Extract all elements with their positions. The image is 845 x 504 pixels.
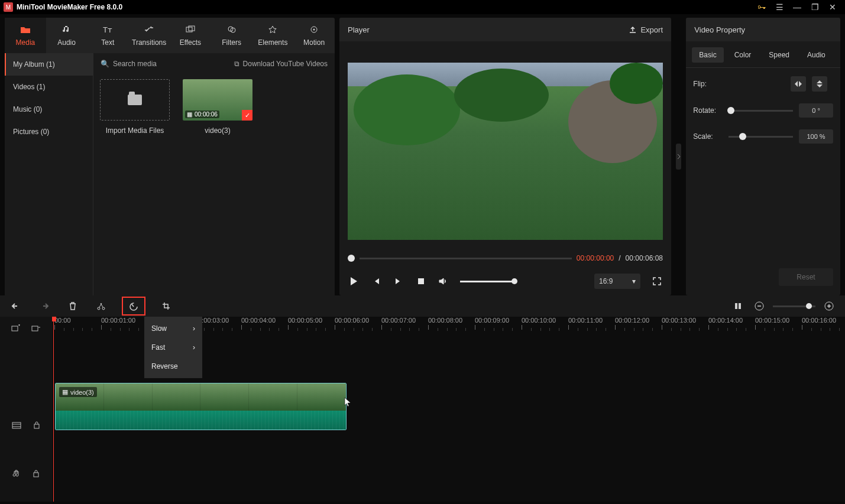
tab-media-label: Media [16,38,35,47]
scrub-handle[interactable] [348,255,355,262]
svg-rect-12 [739,303,741,309]
album-videos[interactable]: Videos (1) [5,76,93,98]
volume-slider[interactable] [460,281,514,282]
crop-button[interactable] [158,298,174,314]
zoom-in-button[interactable] [821,298,837,314]
add-track-button[interactable] [11,324,21,333]
prop-tab-basic[interactable]: Basic [692,47,723,63]
audio-track-icon[interactable] [12,469,21,477]
minimize-button[interactable]: — [788,2,806,12]
split-button[interactable] [93,298,109,314]
flip-vertical-button[interactable] [812,76,827,92]
panel-collapse-handle[interactable] [676,144,681,170]
rotate-slider[interactable] [729,110,793,112]
music-note-icon [62,24,72,35]
remove-track-button[interactable] [31,324,41,333]
player-title: Player [348,25,370,34]
scale-label: Scale: [693,132,723,141]
delete-button[interactable] [65,298,80,314]
stop-button[interactable] [415,278,427,285]
flip-horizontal-button[interactable] [791,76,806,92]
app-logo-icon: M [4,2,13,12]
media-clip-tile[interactable]: ▦00:00:06 ✓ video(3) [182,79,253,135]
svg-point-6 [313,29,315,31]
zoom-slider[interactable] [773,305,815,307]
filters-icon [227,24,237,35]
tab-text[interactable]: TᴛText [88,18,129,53]
speed-reverse-item[interactable]: Reverse [144,357,202,376]
lock-track-icon[interactable] [33,421,40,429]
tab-elements-label: Elements [258,38,287,47]
checkmark-icon: ✓ [242,110,252,121]
album-music[interactable]: Music (0) [5,98,93,121]
video-file-icon: ▦ [187,111,192,118]
zoom-out-button[interactable] [752,298,767,314]
scrub-track[interactable] [360,258,572,259]
album-pictures[interactable]: Pictures (0) [5,121,93,143]
lock-track-icon[interactable] [33,469,40,477]
playhead[interactable] [53,317,54,502]
play-button[interactable] [348,277,360,286]
reset-button[interactable]: Reset [779,268,833,286]
speed-button[interactable] [122,297,145,316]
tab-audio-label: Audio [57,38,76,47]
hamburger-menu-icon[interactable]: ☰ [770,2,788,12]
album-list: My Album (1) Videos (1) Music (0) Pictur… [5,53,93,295]
tab-filters-label: Filters [222,38,241,47]
import-media-label: Import Media Files [106,126,164,135]
rotate-value[interactable]: 0 ° [799,103,833,118]
tab-transitions[interactable]: Transitions [128,18,170,53]
clip-duration: 00:00:06 [195,111,218,118]
timeline-clip-label: video(3) [70,389,94,396]
speed-slow-item[interactable]: Slow› [144,319,202,338]
close-button[interactable]: ✕ [824,2,841,12]
upgrade-key-icon[interactable]: 🗝 [753,2,770,12]
download-icon: ⧉ [234,60,239,68]
tab-elements[interactable]: Elements [252,18,294,53]
text-icon: Tᴛ [103,24,112,35]
import-media-tile[interactable]: Import Media Files [99,79,170,135]
prop-tab-color[interactable]: Color [727,47,759,63]
current-time: 00:00:00:00 [577,254,614,262]
search-input[interactable]: 🔍Search media [101,60,157,68]
tab-audio[interactable]: Audio [46,18,88,53]
tab-motion[interactable]: Motion [293,18,335,53]
speed-dropdown-menu: Slow› Fast› Reverse [144,317,202,378]
scale-value[interactable]: 100 % [799,129,833,144]
redo-button[interactable] [37,298,52,314]
flip-label: Flip: [693,80,723,88]
search-icon: 🔍 [101,60,109,68]
search-placeholder: Search media [113,60,157,68]
export-button[interactable]: Export [629,25,663,34]
tab-text-label: Text [101,38,114,47]
undo-button[interactable] [8,298,24,314]
export-label: Export [640,25,663,34]
video-preview[interactable] [348,63,663,240]
next-frame-button[interactable] [393,277,404,285]
speed-fast-label: Fast [151,343,165,352]
prop-tab-speed[interactable]: Speed [762,47,797,63]
video-track-icon[interactable] [12,422,21,429]
maximize-button[interactable]: ❐ [806,2,824,12]
scale-slider[interactable] [729,136,793,138]
svg-rect-2 [189,26,195,31]
download-youtube-button[interactable]: ⧉Download YouTube Videos [234,60,328,68]
tab-motion-label: Motion [303,38,325,47]
album-myalbum[interactable]: My Album (1) [5,53,93,76]
total-time: 00:00:06:08 [626,254,663,262]
prop-tab-audio[interactable]: Audio [800,47,833,63]
tab-effects[interactable]: Effects [170,18,211,53]
fullscreen-button[interactable] [651,277,663,285]
tab-filters[interactable]: Filters [211,18,252,53]
video-file-icon: ▦ [62,388,68,396]
auto-fit-icon[interactable] [730,298,746,314]
speed-fast-item[interactable]: Fast› [144,338,202,357]
volume-icon[interactable] [438,277,449,285]
tab-media[interactable]: Media [5,18,46,53]
svg-rect-16 [32,326,38,331]
timeline-clip[interactable]: ▦video(3) [55,383,347,430]
motion-icon [309,24,319,35]
prev-frame-button[interactable] [370,277,382,285]
rotate-label: Rotate: [693,106,723,115]
aspect-ratio-select[interactable]: 16:9▾ [594,274,640,289]
